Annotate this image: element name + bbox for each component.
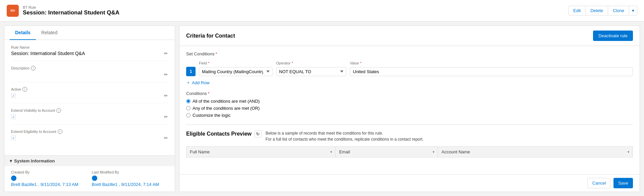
active-checkbox — [11, 93, 16, 98]
header-left: ✏ BT Rule Session: International Student… — [7, 5, 119, 17]
conditions-logic-label: Conditions * — [186, 91, 633, 96]
created-by-label: Created By — [11, 170, 78, 174]
description-label: Description i — [11, 66, 168, 70]
sort-account-name-icon[interactable]: ▾ — [628, 150, 629, 154]
col-account-name: Account Name ▾ — [438, 147, 633, 157]
header-title-group: BT Rule Session: International Student Q… — [23, 5, 119, 16]
active-label: Active i — [11, 87, 168, 92]
description-value-row: ✏ — [11, 72, 168, 77]
and-label: All of the conditions are met (AND) — [193, 99, 260, 104]
extend-visibility-checkbox — [11, 114, 16, 119]
add-row-link[interactable]: ＋ Add Row — [186, 80, 633, 86]
modified-by-label: Last Modified By — [92, 170, 159, 174]
right-panel: Criteria for Contact Deactivate rule Set… — [179, 26, 640, 192]
row-number-1: 1 — [186, 67, 196, 76]
edit-button[interactable]: Edit — [568, 6, 586, 15]
condition-row-1: 1 Mailing Country (MailingCountry) NOT E… — [186, 67, 633, 76]
collapse-icon: ▾ — [10, 158, 12, 163]
deactivate-rule-button[interactable]: Deactivate rule — [593, 31, 633, 41]
rule-name-edit-icon[interactable]: ✏ — [164, 51, 168, 56]
field-select[interactable]: Mailing Country (MailingCountry) — [199, 67, 273, 76]
created-by-link[interactable]: Brett Bazille1, 9/11/2024, 7:13 AM — [11, 182, 78, 187]
rule-name-field: Rule Name Session: International Student… — [11, 45, 168, 61]
or-radio[interactable] — [186, 106, 191, 110]
and-radio[interactable] — [186, 99, 191, 103]
extend-eligibility-value-row: ✏ — [11, 135, 168, 141]
add-row-label: Add Row — [192, 80, 210, 85]
rule-name-value: Session: International Student Q&A — [11, 51, 85, 56]
refresh-icon[interactable]: ↻ — [254, 130, 262, 138]
conditions-custom-option[interactable]: Customize the logic — [186, 113, 633, 118]
preview-header: Eligible Contacts Preview ↻ Below is a s… — [186, 130, 633, 142]
right-panel-header: Criteria for Contact Deactivate rule — [179, 26, 640, 46]
sort-full-name-icon[interactable]: ▾ — [330, 150, 332, 154]
operator-select-wrapper: NOT EQUAL TO — [276, 67, 346, 76]
extend-visibility-edit-icon[interactable]: ✏ — [164, 114, 168, 119]
delete-button[interactable]: Delete — [586, 6, 608, 15]
description-info-icon[interactable]: i — [31, 66, 36, 70]
conditions-or-option[interactable]: Any of the conditions are met (OR) — [186, 106, 633, 111]
app-icon: ✏ — [7, 5, 19, 17]
value-input-wrapper — [350, 67, 633, 76]
system-info-header[interactable]: ▾ System Information — [4, 155, 175, 166]
sort-email-icon[interactable]: ▾ — [433, 150, 434, 154]
col-full-name: Full Name ▾ — [186, 147, 336, 157]
value-input[interactable] — [350, 67, 633, 76]
divider — [186, 125, 633, 125]
right-panel-footer: Cancel Save — [179, 174, 640, 192]
modified-by-value: Brett Bazille1, 9/11/2024, 7:14 AM — [92, 176, 159, 187]
field-col-header: Field * — [199, 60, 273, 65]
save-button[interactable]: Save — [613, 178, 633, 188]
extend-eligibility-checkbox — [11, 136, 16, 140]
rule-name-label: Rule Name — [11, 45, 168, 49]
custom-label: Customize the logic — [193, 113, 230, 118]
created-by-value: Brett Bazille1, 9/11/2024, 7:13 AM — [11, 176, 78, 187]
system-info-body: Created By Brett Bazille1, 9/11/2024, 7:… — [4, 166, 175, 191]
description-edit-icon[interactable]: ✏ — [164, 72, 168, 77]
preview-table-header-row: Full Name ▾ Email ▾ — [186, 147, 633, 157]
extend-eligibility-field: Extend Eligibility to Account i ✏ — [11, 129, 168, 145]
description-field: Description i ✏ — [11, 66, 168, 82]
left-panel: Details Related Rule Name Session: Inter… — [4, 26, 175, 192]
extend-visibility-value-row: ✏ — [11, 114, 168, 119]
conditions-section: Conditions * All of the conditions are m… — [186, 91, 633, 118]
operator-col-header: Operator * — [276, 60, 346, 65]
header-title: Session: International Student Q&A — [23, 9, 119, 16]
active-edit-icon[interactable]: ✏ — [164, 93, 168, 98]
field-select-wrapper: Mailing Country (MailingCountry) — [199, 67, 273, 76]
or-label: Any of the conditions are met (OR) — [193, 106, 260, 111]
active-value-row: ✏ — [11, 93, 168, 98]
modified-by-link[interactable]: Brett Bazille1, 9/11/2024, 7:14 AM — [92, 182, 159, 187]
extend-visibility-label: Extend Visibility to Account i — [11, 108, 168, 113]
col-email: Email ▾ — [335, 147, 438, 157]
rule-name-value-row: Session: International Student Q&A ✏ — [11, 51, 168, 56]
tabs: Details Related — [4, 26, 175, 40]
tab-related[interactable]: Related — [36, 26, 63, 40]
cancel-button[interactable]: Cancel — [587, 178, 611, 188]
clone-button[interactable]: Clone — [608, 6, 629, 15]
more-actions-button[interactable]: ▾ — [629, 6, 637, 15]
active-info-icon[interactable]: i — [22, 87, 27, 92]
criteria-title: Criteria for Contact — [186, 33, 235, 39]
required-star: * — [216, 51, 217, 56]
plus-icon: ＋ — [186, 80, 191, 86]
preview-title: Eligible Contacts Preview ↻ — [186, 130, 262, 138]
active-field: Active i ✏ — [11, 87, 168, 103]
extend-eligibility-edit-icon[interactable]: ✏ — [164, 135, 168, 141]
extend-visibility-field: Extend Visibility to Account i ✏ — [11, 108, 168, 125]
preview-section: Eligible Contacts Preview ↻ Below is a s… — [186, 130, 633, 157]
condition-headers: Field * Operator * Value * — [186, 60, 633, 65]
extend-eligibility-info-icon[interactable]: i — [58, 129, 62, 134]
pencil-icon: ✏ — [10, 7, 15, 14]
form-section: Rule Name Session: International Student… — [4, 40, 175, 155]
extend-visibility-info-icon[interactable]: i — [56, 108, 61, 113]
tab-details[interactable]: Details — [10, 26, 36, 40]
header-actions: Edit Delete Clone ▾ — [568, 6, 637, 15]
main-container: Details Related Rule Name Session: Inter… — [0, 21, 644, 196]
extend-eligibility-label: Extend Eligibility to Account i — [11, 129, 168, 134]
system-info-label: System Information — [14, 158, 55, 163]
operator-select[interactable]: NOT EQUAL TO — [276, 67, 346, 76]
app-header: ✏ BT Rule Session: International Student… — [0, 0, 644, 21]
conditions-and-option[interactable]: All of the conditions are met (AND) — [186, 99, 633, 104]
custom-radio[interactable] — [186, 113, 191, 117]
